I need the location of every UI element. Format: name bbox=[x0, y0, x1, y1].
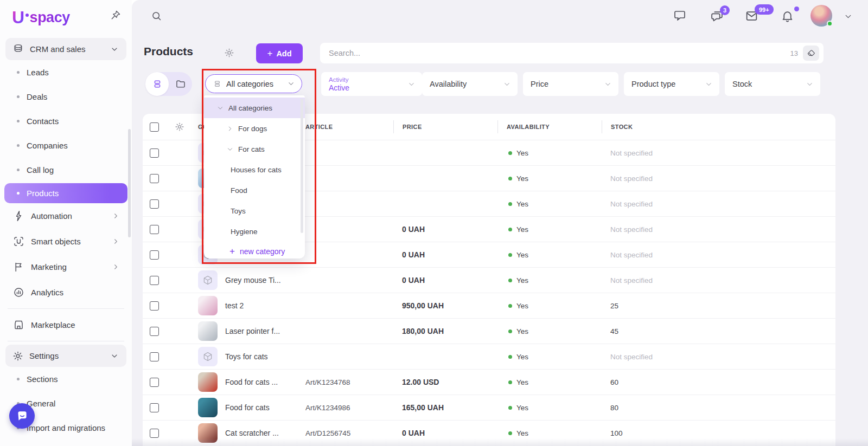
row-checkbox[interactable] bbox=[150, 225, 159, 234]
activity-filter-label: Activity bbox=[329, 76, 407, 83]
sidebar-item-companies[interactable]: Companies bbox=[0, 133, 132, 158]
sidebar-item-products[interactable]: Products bbox=[4, 183, 127, 203]
dropdown-scrollbar[interactable] bbox=[301, 99, 303, 233]
table-row[interactable]: Food for cats ...Art/K123476812.00 USDYe… bbox=[143, 369, 835, 395]
profile-chevron-down-icon[interactable] bbox=[844, 12, 853, 21]
search-icon[interactable] bbox=[151, 10, 162, 22]
column-header-stock[interactable]: STOCK bbox=[602, 120, 835, 133]
category-option-toys[interactable]: Toys bbox=[204, 201, 305, 221]
sidebar-item-contacts[interactable]: Contacts bbox=[0, 109, 132, 133]
row-checkbox[interactable] bbox=[150, 378, 159, 387]
sidebar-item-call-log[interactable]: Call log bbox=[0, 158, 132, 182]
table-row[interactable]: Food for catsArt/K1234986165,00 UAHYes80 bbox=[143, 395, 835, 420]
category-dropdown-trigger[interactable]: All categories bbox=[205, 74, 302, 93]
table-row[interactable]: test 2950,00 UAHYes25 bbox=[143, 293, 835, 318]
category-option-all-categories[interactable]: All categories bbox=[204, 98, 305, 118]
product-price: 950,00 UAH bbox=[393, 301, 497, 310]
product-thumbnail bbox=[198, 423, 218, 443]
support-chat-button[interactable] bbox=[9, 403, 35, 429]
plus-icon: + bbox=[229, 246, 235, 257]
comment-bubble-icon[interactable] bbox=[673, 9, 686, 22]
table-row[interactable]: Toys for catsYesNot specified bbox=[143, 344, 835, 369]
availability-filter[interactable]: Availability bbox=[422, 72, 518, 96]
product-stock: Not specified bbox=[602, 149, 835, 157]
sidebar-group-settings[interactable]: Settings bbox=[5, 345, 126, 367]
product-article: Art/K1234768 bbox=[305, 378, 393, 386]
product-name[interactable]: Laser pointer f... bbox=[225, 327, 280, 335]
product-name[interactable]: Toys for cats bbox=[225, 352, 268, 361]
row-checkbox[interactable] bbox=[150, 250, 159, 260]
activity-filter[interactable]: Activity Active bbox=[321, 72, 422, 96]
table-settings-gear-icon[interactable] bbox=[175, 122, 184, 132]
table-row[interactable]: Grey mouse Ti...0 UAHYesNot specified bbox=[143, 267, 835, 293]
category-option-houses-for-cats[interactable]: Houses for cats bbox=[204, 159, 305, 180]
sidebar-item-automation[interactable]: Automation bbox=[0, 203, 132, 229]
row-checkbox[interactable] bbox=[150, 403, 159, 412]
sidebar-item-smart-objects[interactable]: Smart objects bbox=[0, 229, 132, 254]
column-header-availability[interactable]: AVAILABILITY bbox=[497, 120, 602, 133]
price-filter[interactable]: Price bbox=[523, 72, 618, 96]
column-header-article[interactable]: ARTICLE bbox=[305, 124, 393, 130]
category-option-for-cats[interactable]: For cats bbox=[204, 139, 305, 159]
main-area: 3 99+ Products + Add 13 Activity Active … bbox=[132, 0, 868, 446]
chat-badge: 3 bbox=[720, 5, 730, 15]
product-name[interactable]: Food for cats bbox=[225, 403, 270, 412]
row-checkbox[interactable] bbox=[150, 174, 159, 183]
bell-icon[interactable] bbox=[781, 9, 794, 23]
folder-view-button[interactable] bbox=[169, 72, 192, 96]
topbar: 3 99+ bbox=[132, 0, 868, 31]
sidebar-item-analytics[interactable]: Analytics bbox=[0, 280, 132, 305]
product-name[interactable]: Cat scratcher ... bbox=[225, 429, 279, 437]
product-name[interactable]: Grey mouse Ti... bbox=[225, 276, 281, 285]
stock-filter[interactable]: Stock bbox=[725, 72, 820, 96]
table-row[interactable]: Cat scratcher ...Art/D12567450 UAHYes100 bbox=[143, 420, 835, 445]
product-stock: Not specified bbox=[602, 276, 835, 285]
products-settings-gear-icon[interactable] bbox=[224, 48, 234, 58]
row-checkbox[interactable] bbox=[150, 199, 159, 209]
row-checkbox[interactable] bbox=[150, 276, 159, 285]
product-name[interactable]: Food for cats ... bbox=[225, 378, 278, 386]
category-option-hygiene[interactable]: Hygiene bbox=[204, 221, 305, 242]
activity-filter-value: Active bbox=[329, 83, 407, 92]
product-type-filter[interactable]: Product type bbox=[624, 72, 719, 96]
search-bar: 13 bbox=[320, 43, 824, 63]
chat-smile-icon bbox=[15, 409, 29, 423]
product-name[interactable]: test 2 bbox=[225, 301, 244, 310]
category-dropdown-menu: All categoriesFor dogsFor catsHouses for… bbox=[204, 95, 305, 258]
sidebar-item-marketplace[interactable]: Marketplace bbox=[0, 312, 132, 338]
sidebar-group-crm[interactable]: CRM and sales bbox=[5, 38, 126, 60]
row-checkbox[interactable] bbox=[150, 327, 159, 336]
product-price: 180,00 UAH bbox=[393, 327, 497, 335]
avatar[interactable] bbox=[810, 5, 832, 27]
sidebar-item-marketing[interactable]: Marketing bbox=[0, 254, 132, 280]
row-checkbox[interactable] bbox=[150, 148, 159, 158]
row-checkbox[interactable] bbox=[150, 301, 159, 311]
category-option-food[interactable]: Food bbox=[204, 180, 305, 201]
uspacy-logo[interactable]: Uspacy bbox=[12, 8, 70, 28]
product-thumbnail bbox=[198, 398, 218, 417]
column-header-price[interactable]: PRICE bbox=[393, 120, 497, 133]
search-input[interactable] bbox=[329, 49, 790, 57]
select-all-checkbox[interactable] bbox=[150, 122, 159, 132]
add-button[interactable]: + Add bbox=[256, 43, 303, 63]
product-stock: 45 bbox=[602, 327, 835, 335]
row-checkbox[interactable] bbox=[150, 352, 159, 361]
sidebar-item-deals[interactable]: Deals bbox=[0, 85, 132, 109]
pin-icon[interactable] bbox=[110, 10, 121, 21]
sidebar-item-leads[interactable]: Leads bbox=[0, 60, 132, 85]
clear-search-button[interactable] bbox=[803, 46, 819, 61]
table-row[interactable]: Laser pointer f...180,00 UAHYes45 bbox=[143, 318, 835, 344]
chevron-right-icon bbox=[112, 212, 120, 220]
availability-dot bbox=[508, 304, 512, 308]
row-checkbox[interactable] bbox=[150, 429, 159, 438]
list-view-button[interactable] bbox=[145, 72, 169, 96]
sidebar-item-sections[interactable]: Sections bbox=[0, 367, 132, 391]
product-availability: Yes bbox=[497, 200, 602, 208]
category-option-for-dogs[interactable]: For dogs bbox=[204, 118, 305, 139]
new-category-button[interactable]: + new category bbox=[204, 242, 305, 261]
chevron-down-icon bbox=[604, 80, 612, 88]
availability-dot bbox=[508, 380, 512, 384]
product-price: 165,00 UAH bbox=[393, 403, 497, 412]
sidebar-scrollbar[interactable] bbox=[128, 129, 131, 237]
chevron-right-icon bbox=[112, 237, 120, 245]
